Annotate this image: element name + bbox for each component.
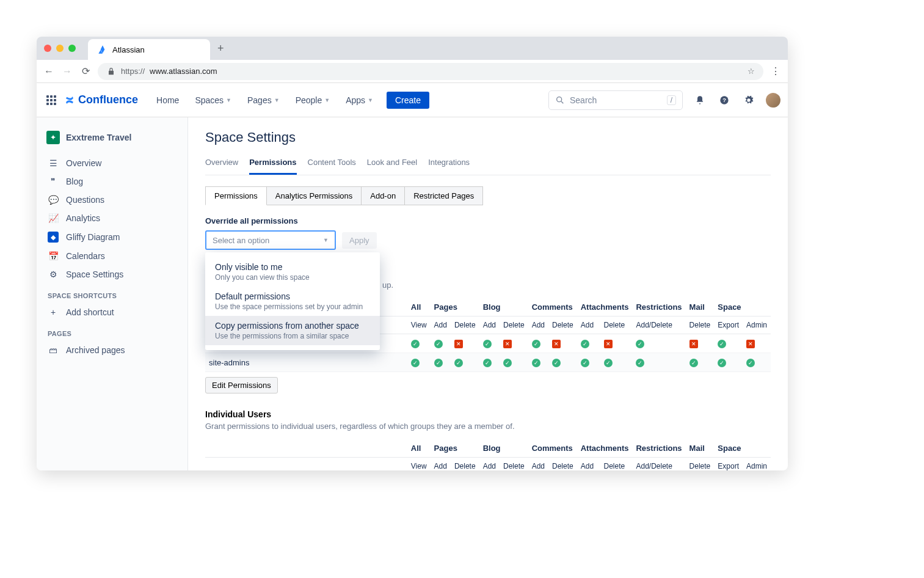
tab-look-feel[interactable]: Look and Feel xyxy=(367,154,417,175)
bookmark-button[interactable]: ☆ xyxy=(748,67,755,76)
svg-text:?: ? xyxy=(722,97,726,103)
subtab-restricted[interactable]: Restricted Pages xyxy=(404,186,483,205)
perm-cell: ✓ xyxy=(451,353,479,372)
override-label: Override all permissions xyxy=(205,216,771,225)
window-titlebar: Atlassian + xyxy=(37,37,788,60)
subtab-permissions[interactable]: Permissions xyxy=(205,186,267,205)
page-title: Space Settings xyxy=(205,130,771,145)
svg-point-0 xyxy=(557,97,562,101)
override-dropdown: Only visible to me Only you can view thi… xyxy=(205,252,380,350)
apply-button[interactable]: Apply xyxy=(342,232,377,249)
lock-icon xyxy=(106,67,116,76)
questions-icon: 💬 xyxy=(48,195,59,205)
space-icon: ✦ xyxy=(46,131,60,144)
plus-icon: + xyxy=(48,307,59,317)
perm-cell: ✓ xyxy=(714,334,743,353)
app-switcher-button[interactable] xyxy=(44,93,59,108)
sidebar-analytics[interactable]: 📈Analytics xyxy=(43,209,181,227)
tab-permissions[interactable]: Permissions xyxy=(249,154,296,175)
tab-overview[interactable]: Overview xyxy=(205,154,238,175)
new-tab-button[interactable]: + xyxy=(217,42,224,55)
option-only-me[interactable]: Only visible to me Only you can view thi… xyxy=(205,257,380,287)
analytics-icon: 📈 xyxy=(48,213,59,223)
perm-cell: ✓ xyxy=(431,353,451,372)
override-select[interactable]: Select an option ▼ xyxy=(205,230,336,250)
perm-cell: ✓ xyxy=(548,353,577,372)
reload-button[interactable]: ⟳ xyxy=(79,65,92,77)
chevron-down-icon: ▼ xyxy=(323,237,329,243)
browser-menu-button[interactable]: ⋮ xyxy=(769,65,782,77)
forward-button[interactable]: → xyxy=(61,66,73,77)
table-row: site-admins✓✓✓✓✓✓✓✓✓✓✓✓✓ xyxy=(205,353,771,372)
sidebar-space-settings[interactable]: ⚙Space Settings xyxy=(43,265,181,284)
create-button[interactable]: Create xyxy=(387,92,429,109)
perm-cell: ✓ xyxy=(632,353,685,372)
archive-icon: 🗃 xyxy=(48,345,59,355)
settings-button[interactable] xyxy=(741,93,756,108)
sidebar-overview[interactable]: ☰Overview xyxy=(43,154,181,172)
tab-content-tools[interactable]: Content Tools xyxy=(308,154,356,175)
perm-cell: ✓ xyxy=(686,353,715,372)
perm-cell: ✓ xyxy=(431,334,451,353)
subtab-addon[interactable]: Add-on xyxy=(361,186,405,205)
gliffy-icon: ◆ xyxy=(48,232,59,243)
notifications-button[interactable] xyxy=(693,93,707,108)
settings-tabs: Overview Permissions Content Tools Look … xyxy=(205,154,771,175)
perm-cell: ✓ xyxy=(743,353,771,372)
help-button[interactable]: ? xyxy=(717,93,732,108)
perm-cell: ✓ xyxy=(528,334,548,353)
url-protocol: https:// xyxy=(121,67,145,76)
main-content: Space Settings Overview Permissions Cont… xyxy=(188,117,788,470)
users-desc: Grant permissions to individual users, r… xyxy=(205,422,771,431)
search-input[interactable]: Search / xyxy=(548,90,683,110)
app-header: Confluence Home Spaces▼ Pages▼ People▼ A… xyxy=(37,83,788,117)
confluence-logo[interactable]: Confluence xyxy=(65,93,138,106)
address-bar[interactable]: https:// www.atlassian.com ☆ xyxy=(98,63,763,80)
sidebar-questions[interactable]: 💬Questions xyxy=(43,191,181,209)
add-shortcut-button[interactable]: +Add shortcut xyxy=(43,303,181,321)
permission-subtabs: Permissions Analytics Permissions Add-on… xyxy=(205,186,771,205)
pages-heading: PAGES xyxy=(43,321,181,341)
archived-pages[interactable]: 🗃Archived pages xyxy=(43,341,181,359)
confluence-icon xyxy=(65,95,75,105)
svg-line-1 xyxy=(561,101,563,103)
atlassian-icon xyxy=(98,45,107,54)
perm-cell: ✕ xyxy=(743,334,771,353)
perm-cell: ✓ xyxy=(500,353,528,372)
sidebar-calendars[interactable]: 📅Calendars xyxy=(43,247,181,265)
overview-icon: ☰ xyxy=(48,158,59,168)
search-shortcut: / xyxy=(667,95,676,105)
url-host: www.atlassian.com xyxy=(150,67,217,76)
nav-home[interactable]: Home xyxy=(150,92,185,109)
subtab-analytics[interactable]: Analytics Permissions xyxy=(266,186,362,205)
shortcuts-heading: SPACE SHORTCUTS xyxy=(43,284,181,303)
user-avatar[interactable] xyxy=(766,93,780,108)
nav-pages[interactable]: Pages▼ xyxy=(241,92,286,109)
maximize-window-button[interactable] xyxy=(68,45,76,52)
back-button[interactable]: ← xyxy=(43,66,55,77)
close-window-button[interactable] xyxy=(44,45,51,52)
browser-tab[interactable]: Atlassian xyxy=(88,39,210,60)
sidebar-gliffy[interactable]: ◆Gliffy Diagram xyxy=(43,227,181,247)
perm-cell: ✓ xyxy=(407,334,431,353)
sidebar-blog[interactable]: ❞Blog xyxy=(43,172,181,191)
perm-cell: ✓ xyxy=(577,334,600,353)
perm-cell: ✓ xyxy=(632,334,685,353)
nav-apps[interactable]: Apps▼ xyxy=(340,92,379,109)
option-copy[interactable]: Copy permissions from another space Use … xyxy=(205,316,380,345)
search-icon xyxy=(555,95,565,105)
nav-spaces[interactable]: Spaces▼ xyxy=(189,92,238,109)
sidebar: ✦ Exxtreme Travel ☰Overview ❞Blog 💬Quest… xyxy=(37,117,188,470)
perm-cell: ✓ xyxy=(577,353,600,372)
space-header[interactable]: ✦ Exxtreme Travel xyxy=(43,127,181,148)
perm-cell: ✓ xyxy=(407,353,431,372)
tab-integrations[interactable]: Integrations xyxy=(428,154,470,175)
perm-cell: ✓ xyxy=(528,353,548,372)
calendar-icon: 📅 xyxy=(48,251,59,261)
option-default[interactable]: Default permissions Use the space permis… xyxy=(205,287,380,316)
perm-cell: ✓ xyxy=(479,334,500,353)
edit-permissions-button[interactable]: Edit Permissions xyxy=(205,377,278,393)
nav-people[interactable]: People▼ xyxy=(289,92,336,109)
users-table: All Pages Blog Comments Attachments Rest… xyxy=(205,439,771,470)
minimize-window-button[interactable] xyxy=(56,45,64,52)
